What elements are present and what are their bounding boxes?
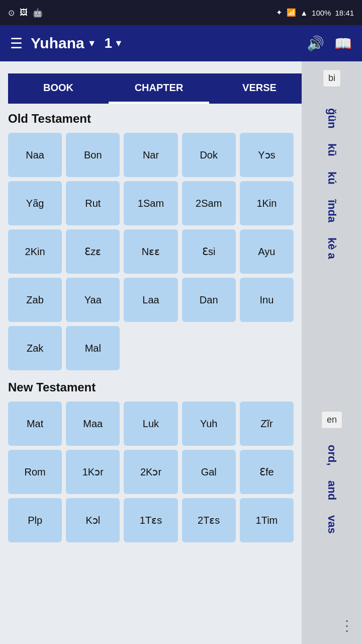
book-eze[interactable]: Ɛzɛ [66, 229, 120, 274]
book-name-label: Yuhana [31, 35, 84, 52]
side-text-7: and [325, 475, 338, 505]
tab-book[interactable]: BOOK [8, 73, 109, 104]
old-testament-title: Old Testament [8, 112, 294, 126]
status-bar: ⊙ 🖼 🤖 ✦ 📶 ▲ 100% 18:41 [0, 0, 362, 25]
side-text-2: kũ [325, 138, 338, 162]
book-2tes[interactable]: 2Tɛs [182, 498, 236, 542]
battery-label: 100% [312, 9, 331, 17]
status-right: ✦ 📶 ▲ 100% 18:41 [276, 8, 354, 17]
old-testament-section: Old Testament Naa Bon Nar Dok Yɔs Yãg Ru… [8, 112, 294, 370]
side-text-group: ğün kũ kú ĩnda kè a [325, 103, 338, 264]
book-rut[interactable]: Rut [66, 181, 120, 225]
bi-button[interactable]: bi [323, 69, 341, 87]
side-text-group-2: ord, and vas [325, 440, 338, 539]
book-dropdown-icon[interactable]: ▼ [87, 38, 97, 49]
book-yaa[interactable]: Yaa [66, 278, 120, 322]
chapter-group[interactable]: 1 ▼ [105, 35, 123, 51]
book-yag[interactable]: Yãg [8, 181, 62, 225]
book-1tim[interactable]: 1Tim [240, 498, 294, 542]
book-1sam[interactable]: 1Sam [124, 181, 177, 225]
new-testament-title: New Testament [8, 380, 294, 394]
book-1kin[interactable]: 1Kin [240, 181, 294, 225]
side-text-4: ĩnda [325, 195, 338, 227]
book-laa[interactable]: Laa [124, 278, 177, 322]
book-plp[interactable]: Plp [8, 498, 62, 542]
book-rom[interactable]: Rom [8, 450, 62, 494]
book-ayu[interactable]: Ayu [240, 229, 294, 274]
tab-bar: BOOK CHAPTER VERSE [8, 73, 310, 104]
book-2kor[interactable]: 2Kɔr [124, 450, 177, 494]
nav-bar: ☰ Yuhana ▼ 1 ▼ 🔊 📖 [0, 25, 362, 61]
chapter-number-label: 1 [105, 35, 113, 51]
book-mal[interactable]: Mal [66, 326, 120, 370]
tab-chapter[interactable]: CHAPTER [109, 73, 209, 104]
nav-right: 🔊 📖 [307, 35, 352, 52]
book-1kor[interactable]: 1Kɔr [66, 450, 120, 494]
main-panel: BOOK CHAPTER VERSE Old Testament Naa Bon… [0, 61, 302, 644]
book-1tes[interactable]: 1Tɛs [124, 498, 177, 542]
book-title-group[interactable]: Yuhana ▼ [31, 35, 97, 52]
book-icon[interactable]: 📖 [334, 35, 352, 52]
robot-icon: 🤖 [33, 8, 43, 18]
side-panel: bi ğün kũ kú ĩnda kè a en ord, and vas [302, 61, 362, 644]
book-zab[interactable]: Zab [8, 278, 62, 322]
book-kol[interactable]: Kɔl [66, 498, 120, 542]
book-zak[interactable]: Zak [8, 326, 62, 370]
bluetooth-icon: ✦ [276, 8, 283, 17]
book-naa[interactable]: Naa [8, 133, 62, 177]
more-button[interactable]: ⋮ [340, 617, 354, 634]
new-testament-section: New Testament Mat Maa Luk Yuh Zĩr Rom 1K… [8, 380, 294, 542]
image-icon: 🖼 [20, 8, 28, 17]
book-zir[interactable]: Zĩr [240, 401, 294, 446]
en-button[interactable]: en [321, 411, 342, 429]
book-bon[interactable]: Bon [66, 133, 120, 177]
chapter-dropdown-icon[interactable]: ▼ [114, 38, 123, 49]
time-label: 18:41 [335, 9, 354, 17]
nav-left: ☰ Yuhana ▼ 1 ▼ [10, 35, 123, 52]
book-nee[interactable]: Nɛɛ [124, 229, 177, 274]
book-yuh[interactable]: Yuh [182, 401, 236, 446]
book-2sam[interactable]: 2Sam [182, 181, 236, 225]
audio-icon[interactable]: 🔊 [307, 35, 324, 52]
wifi-icon: 📶 [287, 8, 296, 17]
book-dan[interactable]: Dan [182, 278, 236, 322]
status-left: ⊙ 🖼 🤖 [8, 8, 43, 18]
book-maa[interactable]: Maa [66, 401, 120, 446]
new-testament-grid: Mat Maa Luk Yuh Zĩr Rom 1Kɔr 2Kɔr Gal Ɛf… [8, 401, 294, 542]
book-2kin[interactable]: 2Kin [8, 229, 62, 274]
book-inu[interactable]: Inu [240, 278, 294, 322]
book-nar[interactable]: Nar [124, 133, 177, 177]
book-dok[interactable]: Dok [182, 133, 236, 177]
book-yos[interactable]: Yɔs [240, 133, 294, 177]
book-luk[interactable]: Luk [124, 401, 177, 446]
book-efe[interactable]: Ɛfe [240, 450, 294, 494]
app-icon: ⊙ [8, 8, 15, 18]
book-esi[interactable]: Ɛsi [182, 229, 236, 274]
old-testament-grid: Naa Bon Nar Dok Yɔs Yãg Rut 1Sam 2Sam 1K… [8, 133, 294, 370]
hamburger-icon[interactable]: ☰ [10, 35, 23, 52]
side-text-5: kè a [325, 232, 338, 264]
book-mat[interactable]: Mat [8, 401, 62, 446]
signal-icon: ▲ [300, 9, 308, 17]
side-text-3: kú [325, 167, 338, 190]
side-text-6: ord, [325, 440, 338, 471]
overlay-row: BOOK CHAPTER VERSE Old Testament Naa Bon… [0, 61, 362, 644]
book-gal[interactable]: Gal [182, 450, 236, 494]
side-text-1: ğün [325, 103, 338, 133]
tab-verse[interactable]: VERSE [209, 73, 310, 104]
side-text-8: vas [325, 510, 338, 539]
